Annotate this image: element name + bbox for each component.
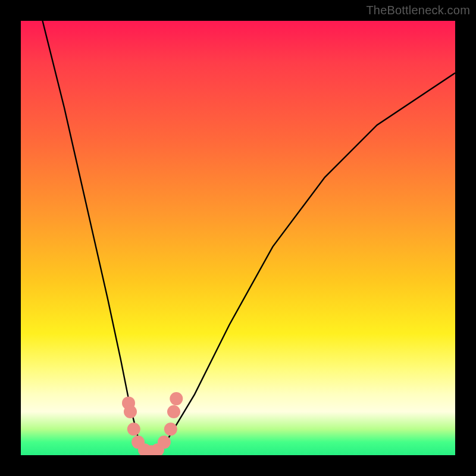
curve-markers xyxy=(122,392,183,455)
marker-dot xyxy=(167,405,180,418)
plot-area xyxy=(21,21,455,455)
bottleneck-curve xyxy=(21,21,455,455)
marker-dot xyxy=(164,422,177,436)
marker-dot xyxy=(124,405,137,418)
marker-dot xyxy=(158,436,171,449)
marker-dot xyxy=(127,422,140,436)
marker-dot xyxy=(170,392,183,405)
watermark-text: TheBottleneck.com xyxy=(366,4,470,17)
chart-frame: TheBottleneck.com xyxy=(0,0,476,476)
curve-line xyxy=(43,21,456,455)
